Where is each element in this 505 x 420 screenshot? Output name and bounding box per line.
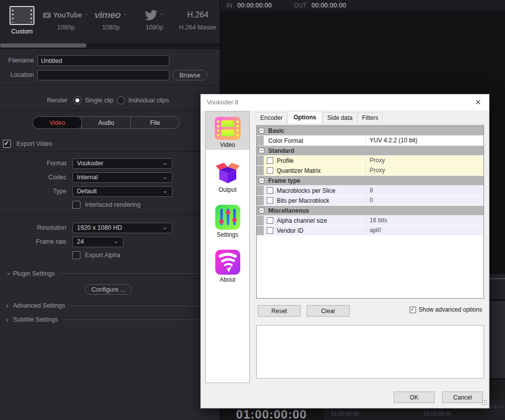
format-dropdown[interactable]: Voukoder <box>72 158 172 169</box>
cancel-button[interactable]: Cancel <box>442 392 483 403</box>
tab-filters[interactable]: Filters <box>358 112 383 123</box>
timeline-ruler[interactable]: 01:00:00:00 01:00:08:00 <box>323 409 505 420</box>
subtitle-settings-section[interactable]: Subtitle Settings <box>6 316 216 324</box>
row-checkbox[interactable] <box>267 167 273 174</box>
close-icon[interactable] <box>474 98 483 107</box>
individual-clips-label: Individual clips <box>128 97 169 104</box>
export-alpha-checkbox[interactable] <box>72 251 80 259</box>
location-input[interactable] <box>37 70 169 80</box>
show-advanced-checkbox[interactable] <box>410 307 416 313</box>
preset-scrollbar-thumb[interactable] <box>0 43 86 47</box>
row-checkbox[interactable] <box>267 157 273 164</box>
filename-input[interactable] <box>37 55 169 66</box>
tornado-logo-icon <box>215 250 240 275</box>
tab-video[interactable]: Video <box>33 117 81 128</box>
render-tab-group: Video Audio File <box>32 116 180 129</box>
grid-category-standard[interactable]: Standard <box>257 146 484 156</box>
divider <box>0 110 220 111</box>
tab-side-data[interactable]: Side data <box>323 112 357 123</box>
render-preset-bar: Custom YouTube 1080p vimeo 1080p <box>0 0 220 49</box>
preset-label: H.264 Master <box>176 24 220 31</box>
collapse-minus-icon[interactable] <box>259 148 264 153</box>
grid-row-color-format[interactable]: Color Format YUV 4:2:2 (10 bit) <box>257 136 484 146</box>
chevron-down-icon[interactable] <box>123 10 127 15</box>
timeline-bottom-bar: 01:00:00:00 01:00:00:00 01:00:08:00 <box>220 409 505 420</box>
chevron-down-icon[interactable] <box>159 10 164 15</box>
radio-individual-clips[interactable] <box>117 96 125 104</box>
dialog-title-bar[interactable]: Voukoder 8 <box>201 94 489 110</box>
preset-scrollbar-track[interactable] <box>0 43 220 47</box>
grid-row-bits-per-macroblock[interactable]: Bits per Macroblock 0 <box>257 196 484 206</box>
advanced-settings-section[interactable]: Advanced Settings <box>6 302 216 310</box>
type-dropdown[interactable]: Default <box>72 186 172 197</box>
browse-button[interactable]: Browse <box>172 70 207 80</box>
out-timecode[interactable]: 00:00:00:00 <box>312 2 346 9</box>
chevron-down-icon[interactable] <box>84 10 88 15</box>
row-checkbox[interactable] <box>267 197 273 204</box>
option-description-box[interactable] <box>256 325 484 379</box>
row-checkbox[interactable] <box>267 187 273 194</box>
sidebar-item-label: Video <box>220 141 235 148</box>
ruler-divider <box>421 409 422 420</box>
location-label: Location <box>0 71 34 78</box>
sidebar-item-about[interactable]: About <box>206 247 249 285</box>
collapse-minus-icon[interactable] <box>259 178 264 183</box>
twitter-bird-icon <box>145 10 157 20</box>
preset-h264[interactable]: H.264 H.264 Master <box>176 5 220 31</box>
export-video-checkbox[interactable] <box>3 140 11 148</box>
preset-vimeo[interactable]: vimeo 1080p <box>90 5 132 31</box>
framerate-dropdown[interactable]: 24 <box>72 237 123 247</box>
grid-row-profile[interactable]: Profile Proxy <box>257 156 484 166</box>
resize-grip[interactable] <box>482 400 488 406</box>
reset-button[interactable]: Reset <box>258 305 301 317</box>
grid-category-basic[interactable]: Basic <box>257 126 484 136</box>
resolution-dropdown[interactable]: 1920 x 1080 HD <box>72 223 172 233</box>
divider <box>0 151 220 152</box>
grid-category-frame-type[interactable]: Frame type <box>257 176 484 186</box>
configure-button[interactable]: Configure ... <box>85 284 132 295</box>
radio-single-clip[interactable] <box>73 96 81 104</box>
clear-button[interactable]: Clear <box>307 305 350 317</box>
grid-row-quantizer-matrix[interactable]: Quantizer Matrix Proxy <box>257 166 484 176</box>
ok-button[interactable]: OK <box>394 392 435 403</box>
app-root: Custom YouTube 1080p vimeo 1080p <box>0 0 505 420</box>
codec-dropdown[interactable]: Internal <box>72 172 172 183</box>
dialog-tab-bar: Encoder Options Side data Filters <box>256 111 383 123</box>
row-checkbox[interactable] <box>267 217 273 224</box>
interlaced-label: Interlaced rendering <box>85 201 140 208</box>
dialog-title: Voukoder 8 <box>207 99 238 106</box>
advanced-settings-label: Advanced Settings <box>13 302 65 309</box>
tab-encoder[interactable]: Encoder <box>256 112 287 123</box>
playhead-timecode[interactable]: 01:00:00:00 <box>236 408 307 420</box>
preset-youtube[interactable]: YouTube 1080p <box>43 5 89 31</box>
sidebar-item-video[interactable]: Video <box>206 112 249 150</box>
preset-custom[interactable]: Custom <box>6 5 38 35</box>
plugin-settings-section[interactable]: Plugin Settings <box>6 270 216 277</box>
in-timecode[interactable]: 00:00:00:00 <box>237 2 272 9</box>
youtube-play-icon <box>43 12 51 18</box>
playhead-timecode-box: 01:00:00:00 <box>220 409 323 420</box>
options-property-grid: Basic Color Format YUV 4:2:2 (10 bit) St… <box>256 125 484 299</box>
divider <box>63 320 216 320</box>
collapse-minus-icon[interactable] <box>259 128 264 133</box>
sidebar-item-settings[interactable]: Settings <box>206 202 249 240</box>
grid-row-vendor-id[interactable]: Vendor ID apl0 <box>257 226 484 236</box>
preset-label: 1080p <box>138 24 171 31</box>
grid-row-macroblocks-per-slice[interactable]: Macroblocks per Slice 8 <box>257 186 484 196</box>
tab-options[interactable]: Options <box>288 111 322 123</box>
render-settings-panel: Custom YouTube 1080p vimeo 1080p <box>0 0 220 420</box>
chevron-right-icon <box>6 316 13 324</box>
row-checkbox[interactable] <box>267 227 273 234</box>
collapse-minus-icon[interactable] <box>259 208 264 213</box>
tab-file[interactable]: File <box>130 117 179 128</box>
grid-row-alpha-channel-size[interactable]: Alpha channel size 16 bits <box>257 216 484 226</box>
grid-category-miscellaneous[interactable]: Miscellaneous <box>257 206 484 216</box>
preset-twitter[interactable]: 1080p <box>138 5 171 31</box>
subtitle-settings-label: Subtitle Settings <box>13 316 58 323</box>
interlaced-checkbox[interactable] <box>72 201 80 209</box>
tab-audio[interactable]: Audio <box>81 117 130 128</box>
sidebar-item-label: About <box>220 276 235 283</box>
filename-label: Filename <box>0 57 34 64</box>
sidebar-item-output[interactable]: Output <box>206 157 249 195</box>
export-video-label: Export Video <box>16 140 52 147</box>
